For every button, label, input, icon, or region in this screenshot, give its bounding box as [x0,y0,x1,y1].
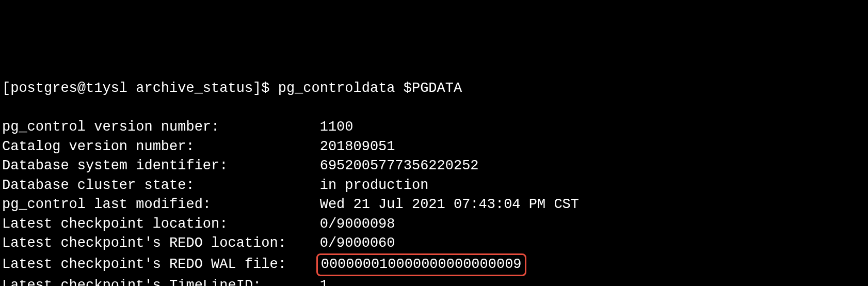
output-value: 1100 [320,119,353,135]
output-label: pg_control version number: [2,119,320,135]
output-row: Catalog version number: 201809051 [2,137,866,157]
prompt-command: pg_controldata $PGDATA [278,81,462,96]
output-label: Latest checkpoint's TimeLineID: [2,278,320,286]
highlighted-value: 000000010000000000000009 [316,253,526,277]
output-value: 201809051 [320,139,395,154]
prompt-open-bracket: [ [2,81,10,96]
output-value: 0/9000098 [320,216,395,232]
prompt-at: @ [77,81,86,96]
prompt-close-bracket: ] [253,81,261,96]
output-label: Latest checkpoint's REDO WAL file: [2,257,320,272]
output-value: Wed 21 Jul 2021 07:43:04 PM CST [320,197,579,212]
prompt-user: postgres [10,81,77,96]
output-row: Latest checkpoint's TimeLineID: 1 [2,276,866,286]
prompt-cwd: archive_status [136,81,253,96]
output-row: Database cluster state: in production [2,176,866,196]
terminal-prompt-line[interactable]: [postgres@t1ysl archive_status]$ pg_cont… [2,79,866,99]
output-label: Latest checkpoint's REDO location: [2,235,320,251]
output-label: Database system identifier: [2,158,320,173]
output-label: Latest checkpoint location: [2,216,320,232]
prompt-symbol: $ [261,81,269,96]
output-value: in production [320,178,429,193]
output-value: 1 [320,278,328,286]
output-value: 6952005777356220252 [320,158,479,173]
prompt-host: t1ysl [86,81,127,96]
output-row: Latest checkpoint location: 0/9000098 [2,215,866,234]
output-label: Database cluster state: [2,178,320,193]
output-row: pg_control version number: 1100 [2,118,866,137]
output-row: Latest checkpoint's REDO location: 0/900… [2,234,866,253]
output-row: Database system identifier: 695200577735… [2,156,866,176]
output-row: Latest checkpoint's REDO WAL file: 00000… [2,253,866,277]
output-label: pg_control last modified: [2,197,320,212]
output-label: Catalog version number: [2,139,320,154]
output-row: pg_control last modified: Wed 21 Jul 202… [2,195,866,215]
output-value: 0/9000060 [320,235,395,251]
